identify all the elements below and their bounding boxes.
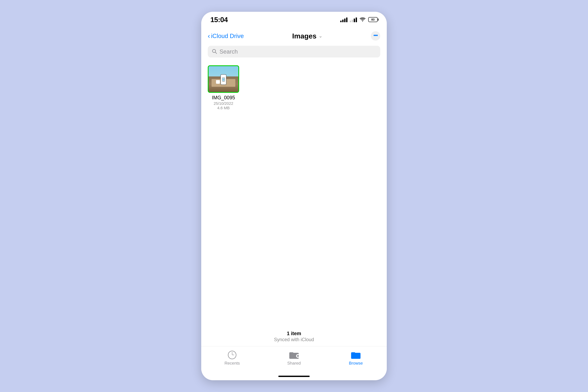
thumb-cup [216, 80, 220, 84]
file-thumbnail-wrapper [208, 65, 239, 93]
search-bar-container: Search [201, 44, 387, 60]
list-item[interactable]: IMG_0095 25/10/2022 4.6 MB [208, 65, 239, 110]
sync-status: Synced with iCloud [201, 337, 387, 342]
nav-bar: ‹ iCloud Drive Images ⌄ ••• [201, 28, 387, 44]
page-title: Images [292, 32, 316, 40]
browse-icon [350, 350, 361, 360]
back-button[interactable]: ‹ iCloud Drive [208, 32, 244, 40]
ellipsis-icon: ••• [374, 33, 378, 38]
recents-icon [227, 350, 238, 360]
search-icon [212, 48, 217, 54]
browse-folder-body [351, 353, 360, 359]
signal-bar-3 [344, 18, 346, 22]
file-name: IMG_0095 [212, 95, 235, 100]
battery-level: 83 [371, 18, 374, 21]
chevron-down-icon[interactable]: ⌄ [318, 33, 322, 39]
signal-bar-4 [346, 18, 348, 22]
item-count: 1 item [201, 331, 387, 336]
svg-point-4 [223, 81, 224, 81]
clock-minute-hand [232, 352, 232, 355]
status-time: 15:04 [210, 16, 228, 24]
svg-rect-3 [222, 78, 224, 81]
status-icons: 83 [340, 17, 378, 22]
battery-icon: 83 [368, 17, 378, 22]
shared-folder-icon [289, 351, 299, 359]
search-input[interactable]: Search [220, 48, 238, 55]
file-size: 4.6 MB [217, 106, 230, 110]
tab-recents-label: Recents [224, 361, 240, 366]
chevron-left-icon: ‹ [208, 32, 210, 39]
home-bar [278, 376, 310, 377]
phone-frame: 15:04 [201, 12, 387, 380]
nav-title-group: Images ⌄ [292, 32, 322, 40]
clock-icon [228, 351, 236, 359]
browse-folder-icon [351, 351, 360, 359]
signal-bars-group2 [350, 17, 357, 22]
file-grid: IMG_0095 25/10/2022 4.6 MB [208, 65, 380, 110]
tab-shared[interactable]: Shared [281, 350, 307, 366]
signal-bar-1 [340, 21, 342, 22]
tab-recents[interactable]: Recents [219, 350, 245, 366]
wifi-icon [359, 17, 366, 22]
status-bar: 15:04 [201, 12, 387, 28]
home-indicator [201, 372, 387, 380]
signal-bar-2 [342, 20, 344, 22]
signal-bars-icon [340, 17, 348, 22]
back-label: iCloud Drive [211, 32, 244, 40]
clock-hour-hand [232, 355, 234, 355]
svg-line-1 [215, 52, 217, 54]
signal-bars-2-icon [350, 17, 357, 22]
search-bar[interactable]: Search [208, 46, 380, 58]
shared-icon [289, 350, 299, 360]
thumb-phone-in-image [220, 74, 226, 85]
more-button[interactable]: ••• [371, 31, 380, 41]
tab-bar: Recents Shared Browse [201, 346, 387, 372]
person-badge-icon [296, 354, 300, 358]
tab-browse-label: Browse [349, 361, 363, 366]
tab-shared-label: Shared [287, 361, 301, 366]
footer-info: 1 item Synced with iCloud [201, 328, 387, 346]
file-date: 25/10/2022 [214, 101, 233, 106]
tab-browse[interactable]: Browse [343, 350, 369, 366]
content-area: IMG_0095 25/10/2022 4.6 MB [201, 60, 387, 328]
file-thumbnail [208, 66, 238, 92]
